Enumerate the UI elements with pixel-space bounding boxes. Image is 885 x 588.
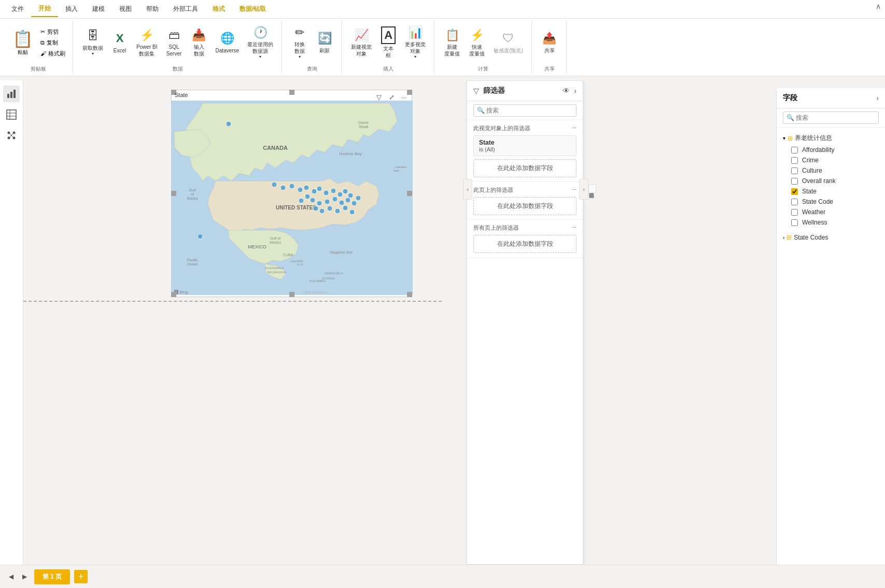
all-filters-title: 所有页上的筛选器 ··· — [473, 224, 577, 232]
dataverse-button[interactable]: 🌐 Dataverse — [213, 29, 243, 56]
all-filters-more[interactable]: ··· — [572, 224, 577, 232]
refresh-icon: 🔄 — [318, 31, 332, 46]
powerbi-dataset-button[interactable]: ⚡ Power BI数据集 — [133, 26, 161, 60]
tab-help[interactable]: 帮助 — [139, 2, 166, 17]
copy-button[interactable]: ⧉ 复制 — [38, 38, 67, 48]
map-more-icon[interactable]: ··· — [399, 92, 409, 102]
tab-home[interactable]: 开始 — [31, 1, 58, 17]
fields-group-senior-header[interactable]: ▾ ⊞ 养老统计信息 — [783, 132, 879, 145]
filter-panel-collapse-left[interactable]: ‹ — [463, 179, 472, 200]
fields-item-affordability[interactable]: Affordability — [783, 145, 879, 155]
svg-point-59 — [345, 198, 350, 203]
fields-group-state-codes-name: State Codes — [794, 234, 828, 241]
resize-handle-bm[interactable] — [289, 292, 294, 297]
cut-button[interactable]: ✂ 剪切 — [38, 27, 67, 37]
new-visual-icon: 📈 — [355, 28, 369, 43]
publish-button[interactable]: 📤 共享 — [538, 29, 561, 56]
format-brush-button[interactable]: 🖌 格式刷 — [38, 49, 67, 59]
svg-point-62 — [313, 206, 318, 211]
add-page-button[interactable]: + — [74, 570, 88, 583]
page-filter-add-button[interactable]: 在此处添加数据字段 — [473, 197, 577, 215]
model-icon — [6, 130, 17, 141]
page-next-button[interactable]: ▶ — [19, 571, 30, 582]
new-visual-button[interactable]: 📈 新建视觉对象 — [348, 26, 375, 60]
more-visuals-chevron: ▾ — [414, 54, 416, 60]
text-box-button[interactable]: A 文本框 — [377, 24, 400, 61]
fields-item-wellness[interactable]: Wellness — [783, 217, 879, 228]
filter-item-state[interactable]: State is (All) — [473, 135, 577, 156]
page-1-tab[interactable]: 第 1 页 — [34, 569, 70, 584]
get-data-button[interactable]: 🗄 获取数据 ▾ — [79, 26, 106, 59]
resize-handle-ml[interactable] — [171, 191, 176, 196]
sidebar-icon-model[interactable] — [3, 127, 20, 144]
map-container[interactable]: ▽ ⤢ ··· State CANADA UNITED — [171, 90, 412, 297]
fields-item-weather[interactable]: Weather — [783, 207, 879, 217]
map-expand-icon[interactable]: ⤢ — [386, 92, 397, 102]
svg-point-49 — [338, 192, 343, 197]
ribbon-collapse-icon[interactable]: ∧ — [876, 2, 881, 10]
calculate-group-label: 计算 — [478, 64, 488, 74]
fields-item-culture[interactable]: Culture — [783, 165, 879, 176]
checkbox-state-code[interactable] — [791, 199, 798, 205]
panel-collapse-label[interactable]: 回收效果筛选器 — [588, 184, 596, 193]
recent-sources-button[interactable]: 🕐 最近使用的数据源 ▾ — [244, 23, 276, 62]
filter-panel-collapse-right[interactable]: › — [579, 179, 588, 200]
new-measure-button[interactable]: 📋 新建度量值 — [441, 26, 463, 60]
fields-item-state[interactable]: State — [783, 186, 879, 197]
transform-data-button[interactable]: ✏ 转换数据 ▾ — [288, 23, 311, 62]
map-filter-icon[interactable]: ▽ — [374, 92, 384, 102]
sql-button[interactable]: 🗃 SQLServer — [163, 26, 186, 60]
sidebar-icon-report[interactable] — [3, 86, 20, 102]
checkbox-crime[interactable] — [791, 157, 798, 164]
field-label-crime: Crime — [802, 157, 819, 164]
svg-point-41 — [280, 185, 286, 190]
checkbox-culture[interactable] — [791, 167, 798, 174]
excel-button[interactable]: X Excel — [108, 29, 131, 56]
fields-search-input[interactable] — [783, 111, 879, 124]
ribbon-group-data: 🗄 获取数据 ▾ X Excel ⚡ Power BI数据集 🗃 SQLServ… — [74, 21, 282, 74]
sidebar-icon-data[interactable] — [3, 106, 20, 123]
fields-collapse-icon[interactable]: › — [876, 94, 879, 102]
filter-eye-icon[interactable]: 👁 — [563, 87, 570, 95]
fields-item-crime[interactable]: Crime — [783, 155, 879, 165]
ribbon: 文件 开始 插入 建模 视图 帮助 外部工具 格式 数据/钻取 ∧ 📋 粘贴 ✂ — [0, 0, 885, 76]
resize-handle-bl[interactable] — [171, 292, 176, 297]
visual-filters-more[interactable]: ··· — [572, 124, 577, 132]
resize-handle-br[interactable] — [407, 292, 412, 297]
more-visuals-button[interactable]: 📊 更多视觉对象 ▾ — [402, 23, 429, 62]
sensitivity-button[interactable]: 🛡 敏感度(预览) — [490, 29, 526, 56]
filter-collapse-icon[interactable]: › — [574, 87, 577, 95]
resize-handle-mr[interactable] — [407, 191, 412, 196]
page-prev-button[interactable]: ◀ — [5, 571, 17, 582]
fields-item-overall-rank[interactable]: Overall rank — [783, 176, 879, 186]
all-filter-add-button[interactable]: 在此处添加数据字段 — [473, 235, 577, 253]
refresh-button[interactable]: 🔄 刷新 — [313, 29, 336, 56]
checkbox-state[interactable] — [791, 188, 798, 195]
checkbox-overall-rank[interactable] — [791, 178, 798, 185]
tab-view[interactable]: 视图 — [112, 2, 139, 17]
get-data-chevron: ▾ — [92, 51, 94, 57]
filter-search-icon: 🔍 — [477, 107, 485, 114]
input-data-button[interactable]: 📥 输入数据 — [188, 26, 210, 60]
fields-item-state-code[interactable]: State Code — [783, 197, 879, 207]
page-filters-more[interactable]: ··· — [572, 186, 577, 194]
checkbox-affordability[interactable] — [791, 147, 798, 153]
fields-group-state-codes-header[interactable]: › ⊞ State Codes — [783, 232, 879, 243]
checkbox-wellness[interactable] — [791, 219, 798, 226]
tab-model[interactable]: 建模 — [85, 2, 112, 17]
svg-point-48 — [331, 188, 336, 193]
tab-data-drill[interactable]: 数据/钻取 — [232, 2, 273, 17]
checkbox-weather[interactable] — [791, 209, 798, 216]
page-navigation: ◀ ▶ — [5, 571, 30, 582]
data-group-label: 数据 — [173, 64, 183, 74]
field-label-state: State — [802, 188, 817, 195]
visual-filter-add-button[interactable]: 在此处添加数据字段 — [473, 159, 577, 177]
tab-external[interactable]: 外部工具 — [166, 2, 205, 17]
quick-measure-button[interactable]: ⚡ 快速度量值 — [466, 26, 488, 60]
tab-file[interactable]: 文件 — [4, 2, 31, 17]
filter-search-input[interactable] — [473, 104, 577, 117]
paste-button[interactable]: 📋 粘贴 — [9, 27, 36, 59]
tab-insert[interactable]: 插入 — [58, 2, 85, 17]
svg-text:Sargasso Sea: Sargasso Sea — [330, 250, 353, 255]
tab-format[interactable]: 格式 — [205, 2, 232, 17]
